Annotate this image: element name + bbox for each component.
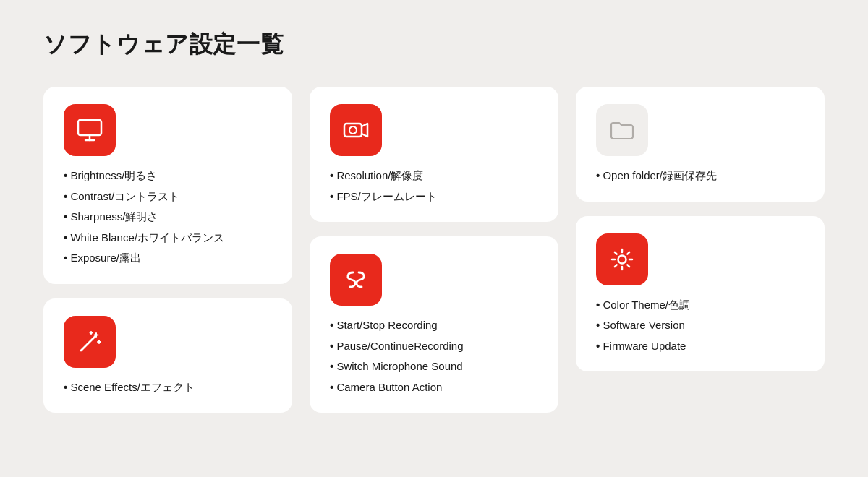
recording-settings-list: Start/Stop Recording Pause/ContinueRecor… [330, 317, 538, 395]
list-item: Switch Microphone Sound [330, 358, 538, 375]
monitor-icon [75, 116, 104, 145]
list-item: Camera Button Action [330, 379, 538, 396]
main-grid: Brightness/明るさ Contrast/コントラスト Sharpness… [43, 87, 825, 413]
list-item: Exposure/露出 [64, 250, 272, 267]
list-item: Software Version [596, 317, 804, 334]
folder-icon-box [596, 104, 648, 156]
column-1: Brightness/明るさ Contrast/コントラスト Sharpness… [43, 87, 292, 413]
folder-settings-list: Open folder/録画保存先 [596, 168, 804, 184]
list-item: Contrast/コントラスト [64, 189, 272, 205]
system-settings-card: Color Theme/色調 Software Version Firmware… [576, 216, 825, 372]
wand-icon [75, 327, 104, 356]
recording-settings-card: Start/Stop Recording Pause/ContinueRecor… [310, 236, 558, 413]
list-item: White Blance/ホワイトバランス [64, 230, 272, 246]
camera-icon-box [330, 104, 382, 156]
record-icon [341, 265, 370, 294]
list-item: FPS/フレームレート [330, 189, 538, 205]
column-2: Resolution/解像度 FPS/フレームレート Start/Stop Re… [310, 87, 558, 413]
list-item: Brightness/明るさ [64, 168, 272, 184]
list-item: Firmware Update [596, 338, 804, 355]
record-icon-box [330, 254, 382, 306]
svg-point-12 [618, 255, 626, 263]
scene-effects-card: Scene Effects/エフェクト [43, 298, 292, 413]
image-settings-list: Brightness/明るさ Contrast/コントラスト Sharpness… [64, 168, 272, 267]
page-title: ソフトウェア設定一覧 [43, 29, 825, 61]
list-item: Start/Stop Recording [330, 317, 538, 334]
list-item: Sharpness/鮮明さ [64, 209, 272, 225]
gear-icon-box [596, 233, 648, 285]
list-item: Resolution/解像度 [330, 168, 538, 184]
video-settings-card: Resolution/解像度 FPS/フレームレート [310, 87, 558, 222]
list-item: Scene Effects/エフェクト [64, 379, 272, 396]
folder-icon [608, 116, 637, 145]
video-settings-list: Resolution/解像度 FPS/フレームレート [330, 168, 538, 205]
monitor-icon-box [64, 104, 116, 156]
list-item: Color Theme/色調 [596, 297, 804, 314]
folder-settings-card: Open folder/録画保存先 [576, 87, 825, 202]
scene-effects-list: Scene Effects/エフェクト [64, 379, 272, 396]
gear-icon [608, 245, 637, 274]
list-item: Pause/ContinueRecording [330, 338, 538, 355]
svg-rect-0 [78, 120, 101, 135]
wand-icon-box [64, 316, 116, 368]
svg-line-3 [81, 336, 95, 351]
column-3: Open folder/録画保存先 Color Theme/色 [576, 87, 825, 371]
list-item: Open folder/録画保存先 [596, 168, 804, 184]
system-settings-list: Color Theme/色調 Software Version Firmware… [596, 297, 804, 355]
svg-rect-10 [344, 124, 362, 137]
image-settings-card: Brightness/明るさ Contrast/コントラスト Sharpness… [43, 87, 292, 284]
camera-icon [341, 116, 370, 145]
svg-point-11 [349, 126, 357, 134]
